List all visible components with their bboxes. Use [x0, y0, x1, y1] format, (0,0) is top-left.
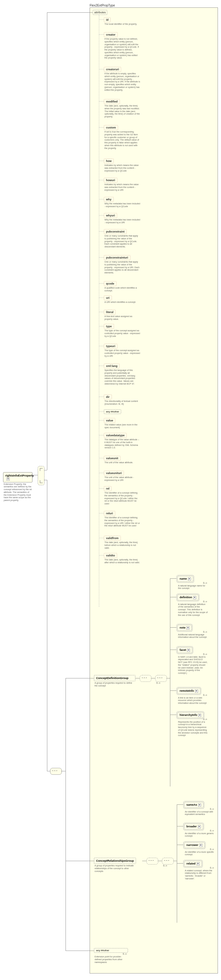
multiplicity: 0..∞ — [163, 864, 169, 867]
attr-literal: literalA free-text value assigned as pro… — [104, 310, 141, 321]
type-label: Flex2ExtPropType — [90, 3, 115, 8]
attributes-label: attributes — [93, 10, 107, 15]
sequence-icon — [140, 675, 152, 682]
attr-validfrom: validfromThe date (and, optionally, the … — [104, 536, 141, 549]
attr-xmllang: xml:langSpecifies the language of this p… — [104, 364, 141, 385]
group-conceptrelationships[interactable]: ConceptRelationshipsGroup A group of pro… — [94, 858, 136, 873]
attr-typeuri: typeuriThe type of the concept assigned … — [104, 344, 141, 357]
attr-howuri: howuriIndicates by which means the value… — [104, 178, 141, 191]
elem-definition[interactable]: definition+ 0..∞ A natural language defi… — [177, 595, 208, 616]
any-other-element: any ##other 0..∞ Extension point for pro… — [94, 948, 128, 964]
attr-pubconstraint: pubconstraintOne or many constraints tha… — [104, 229, 141, 248]
connector — [66, 678, 94, 678]
sequence-icon — [162, 858, 174, 864]
attr-creatoruri: creatoruriIf the attribute is empty, spe… — [104, 67, 141, 91]
attr-any-other: any ##other — [104, 409, 121, 414]
connector — [99, 15, 99, 607]
multiplicity: 0..∞ — [156, 682, 162, 684]
connector — [166, 678, 170, 678]
connector — [47, 480, 47, 771]
attr-validto: validtoThe date (and, optionally, the ti… — [104, 553, 141, 564]
root-property-node[interactable]: rightsInfoExtProperty Extension Property… — [3, 472, 32, 502]
elem-narrower[interactable]: narrower+ 0..∞ An identifier of a more s… — [184, 842, 215, 856]
expand-icon[interactable]: + — [188, 578, 191, 581]
group-conceptdefinition[interactable]: ConceptDefinitionGroup A group of proper… — [94, 675, 136, 687]
expand-icon[interactable]: + — [198, 803, 201, 807]
expand-icon[interactable]: + — [193, 596, 196, 599]
attr-rel: relThe identifier of a concept defining … — [104, 486, 141, 505]
elem-hierarchyinfo[interactable]: hierarchyInfo+ 0..∞ Represents the posit… — [177, 712, 208, 737]
elem-broader[interactable]: broader+ 0..∞ An identifier of a more ge… — [184, 824, 215, 838]
expand-icon[interactable]: + — [198, 825, 201, 828]
attr-dir: dirThe directionality of textual content… — [104, 395, 141, 406]
attr-valueunituri: valueunituriThe unit of the value attrib… — [104, 471, 141, 482]
expand-icon[interactable]: + — [187, 649, 190, 652]
root-desc: Extension Property; the semantics are de… — [3, 482, 32, 502]
elem-name[interactable]: name+ 0..∞ A natural language name for t… — [177, 576, 208, 590]
expand-icon[interactable]: + — [195, 690, 198, 693]
attr-why: whyWhy the metadata has been included - … — [104, 197, 141, 208]
expand-icon[interactable]: + — [199, 844, 202, 847]
attr-valuedatatype: valuedatatypeThe datatype of the value a… — [104, 433, 141, 449]
attr-custom: customIf set to true the corresponding p… — [104, 125, 141, 150]
connector — [47, 13, 47, 470]
attr-value: valueThe related value (see more in the … — [104, 418, 141, 429]
elem-note[interactable]: note+ 0..∞ Additional natural language i… — [177, 625, 208, 639]
elem-facet[interactable]: facet+ 0..∞ In NAR 1.8 and later, facet … — [177, 647, 208, 675]
elem-remoteinfo[interactable]: remoteInfo+ 0..∞ A link to an item or a … — [177, 688, 208, 705]
connector — [136, 678, 140, 678]
attr-qcode: qcodeA qualified code which identifies a… — [104, 281, 141, 292]
connector — [170, 578, 170, 786]
attr-type: typeThe type of the concept assigned as … — [104, 324, 141, 337]
sequence-icon — [155, 675, 167, 682]
root-name: rightsInfoExtProperty — [5, 474, 34, 477]
elem-related[interactable]: related+ 0..∞ A related concept, where t… — [184, 861, 215, 880]
attr-reluri: reluriThe identifier of a concept defini… — [104, 511, 141, 527]
attr-uri: uriA URI which identifies a concept. — [104, 295, 141, 304]
sequence-icon — [50, 768, 62, 775]
attr-pubconstrainturi: pubconstrainturiOne or many constraints … — [104, 255, 141, 274]
expand-icon[interactable]: + — [186, 627, 189, 630]
attr-whyuri: whyuriWhy the metadata has been included… — [104, 213, 141, 224]
diagram-canvas: Flex2ExtPropType rightsInfoExtProperty E… — [3, 3, 218, 977]
attr-how: howIndicates by which means the value wa… — [104, 159, 141, 172]
sequence-icon — [147, 858, 158, 864]
attr-creator: creatorIf the property value is not defi… — [104, 32, 141, 59]
connector — [151, 678, 155, 678]
branch-icon — [38, 466, 44, 485]
expand-icon[interactable]: + — [198, 714, 201, 717]
expand-icon[interactable]: + — [197, 862, 200, 865]
attr-id: idThe local identifier of the property. — [104, 18, 141, 26]
elem-sameas[interactable]: sameAs+ 0..∞ An identifier of a concept … — [184, 802, 215, 816]
attr-valueunit: valueunitThe unit of the value attribute… — [104, 456, 141, 464]
attr-modified: modifiedThe date (and, optionally, the t… — [104, 99, 141, 118]
